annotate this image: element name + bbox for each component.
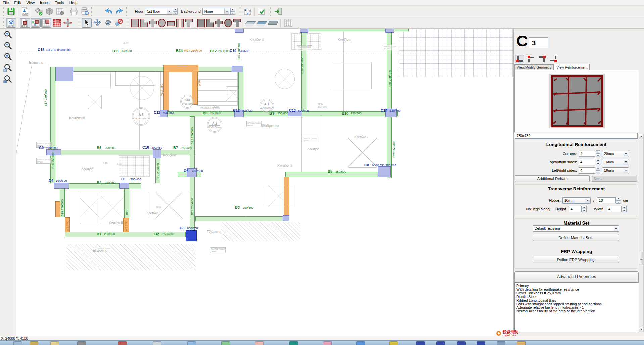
- position-top-right-button[interactable]: [549, 55, 558, 63]
- wall[interactable]: [284, 177, 289, 218]
- undo-button[interactable]: [104, 7, 114, 16]
- position-bottom-left-button[interactable]: [515, 55, 524, 63]
- tab-view-modify-geometry[interactable]: View/Modify Geometry: [514, 64, 554, 70]
- menu-edit[interactable]: Edit: [12, 0, 24, 5]
- column-number-field[interactable]: 3: [529, 37, 548, 48]
- import-dwg-button[interactable]: DWG: [20, 7, 30, 16]
- taskbar-item[interactable]: [457, 341, 466, 345]
- slab-thick-icon[interactable]: [256, 21, 267, 24]
- scroll-up-button[interactable]: [639, 134, 643, 139]
- background-spinner[interactable]: [230, 8, 235, 15]
- chevron-down-icon[interactable]: [624, 168, 628, 173]
- rebar-count-spinner[interactable]: [596, 167, 600, 174]
- rebar-count-spinner[interactable]: [596, 150, 600, 157]
- tab-view-reinforcement[interactable]: View Reinforcement: [554, 64, 590, 70]
- section-circle-filled-icon[interactable]: [224, 19, 232, 27]
- column[interactable]: [235, 29, 244, 33]
- section-L-icon[interactable]: [140, 19, 148, 27]
- taskbar-item[interactable]: [187, 341, 196, 345]
- print-button[interactable]: [69, 7, 79, 16]
- section-bar1-icon[interactable]: [176, 19, 179, 27]
- position-top-left-button[interactable]: [538, 55, 547, 63]
- section-cross-icon[interactable]: [149, 19, 157, 27]
- menu-view[interactable]: View: [23, 0, 37, 5]
- background-dropdown[interactable]: None: [202, 8, 230, 15]
- zoom-out-button[interactable]: [2, 42, 14, 52]
- taskbar-item[interactable]: [255, 341, 264, 345]
- taskbar-item[interactable]: [118, 341, 127, 345]
- plan-decor[interactable]: [197, 71, 238, 106]
- taskbar-item[interactable]: [323, 341, 332, 345]
- advanced-properties-header[interactable]: Advanced Properties: [514, 271, 639, 282]
- plan-decor[interactable]: [66, 244, 196, 270]
- chevron-down-icon[interactable]: [585, 198, 590, 203]
- grid-red-button[interactable]: [41, 18, 51, 28]
- legs-width-spinner[interactable]: [622, 206, 627, 212]
- connector-button[interactable]: [63, 18, 73, 28]
- plan-decor[interactable]: [265, 186, 293, 206]
- wall[interactable]: [55, 201, 60, 217]
- taskbar-item[interactable]: [289, 341, 298, 345]
- zoom-extents-button[interactable]: [2, 53, 14, 63]
- menu-insert[interactable]: Insert: [37, 0, 52, 5]
- column[interactable]: [119, 183, 129, 189]
- panel-scrollbar[interactable]: [639, 134, 644, 332]
- menu-help[interactable]: Help: [67, 0, 80, 5]
- hoops-spacing-spinner[interactable]: [616, 197, 621, 204]
- chevron-down-icon[interactable]: [624, 151, 628, 156]
- plan-decor[interactable]: [73, 73, 111, 88]
- wall[interactable]: [163, 72, 169, 111]
- move-button[interactable]: [92, 18, 102, 28]
- section-circle-icon[interactable]: [158, 19, 166, 27]
- grid-rebar-button[interactable]: [52, 18, 62, 28]
- material-set-dropdown[interactable]: Default_Existing: [533, 225, 619, 232]
- plan-decor[interactable]: [101, 192, 126, 224]
- scrollbar-thumb[interactable]: [639, 252, 643, 265]
- taskbar-item[interactable]: [356, 341, 365, 345]
- column[interactable]: [232, 66, 243, 72]
- chevron-down-icon[interactable]: [167, 9, 172, 14]
- dwg-section-button[interactable]: DWG: [20, 18, 30, 28]
- dwg-view-button[interactable]: DWG: [6, 18, 16, 28]
- taskbar-item[interactable]: [477, 341, 485, 345]
- section-bar2-icon[interactable]: [181, 19, 184, 27]
- plan-decor[interactable]: [221, 222, 300, 241]
- rebar-diameter-dropdown[interactable]: 16mm: [602, 167, 629, 174]
- plan-decor[interactable]: [88, 95, 102, 109]
- plan-decor[interactable]: [348, 137, 377, 168]
- grid-color-button[interactable]: [31, 18, 41, 28]
- rebar-grid-icon[interactable]: [284, 19, 292, 27]
- column[interactable]: [153, 149, 161, 158]
- zoom-in-button[interactable]: [2, 31, 14, 41]
- taskbar-item[interactable]: [153, 341, 161, 345]
- section-tee-icon[interactable]: [185, 19, 193, 27]
- select-cursor-button[interactable]: [82, 18, 92, 28]
- rebar-count-input[interactable]: [579, 151, 595, 157]
- taskbar-item[interactable]: [416, 341, 425, 345]
- hoops-spacing-input[interactable]: [597, 197, 616, 203]
- rebar-diameter-dropdown[interactable]: 20mm: [602, 151, 629, 157]
- exit-button[interactable]: [273, 7, 283, 16]
- column[interactable]: [385, 29, 394, 33]
- define-material-sets-button[interactable]: Define Material Sets: [533, 234, 619, 241]
- zoom-region-button[interactable]: [2, 75, 14, 85]
- taskbar-item[interactable]: [517, 341, 526, 345]
- legs-height-spinner[interactable]: [582, 206, 587, 212]
- taskbar-item[interactable]: [77, 341, 86, 345]
- section-wall-icon[interactable]: [167, 21, 175, 26]
- taskbar-item[interactable]: [221, 341, 230, 345]
- taskbar-item[interactable]: [50, 341, 59, 345]
- plan-decor[interactable]: [119, 155, 150, 177]
- section-square-icon[interactable]: [131, 19, 139, 27]
- chevron-down-icon[interactable]: [224, 9, 229, 14]
- legs-width-input[interactable]: [607, 206, 622, 212]
- print-preview-button[interactable]: [80, 7, 90, 16]
- position-bottom-right-button[interactable]: [526, 55, 535, 63]
- delete-button[interactable]: [114, 18, 124, 28]
- plan-decor[interactable]: [332, 62, 372, 89]
- ramp-icon[interactable]: [268, 21, 279, 25]
- section-square-filled-icon[interactable]: [197, 19, 205, 27]
- chevron-down-icon[interactable]: [624, 160, 628, 165]
- toolbar-grip[interactable]: [3, 7, 4, 16]
- taskbar-item[interactable]: [436, 341, 445, 345]
